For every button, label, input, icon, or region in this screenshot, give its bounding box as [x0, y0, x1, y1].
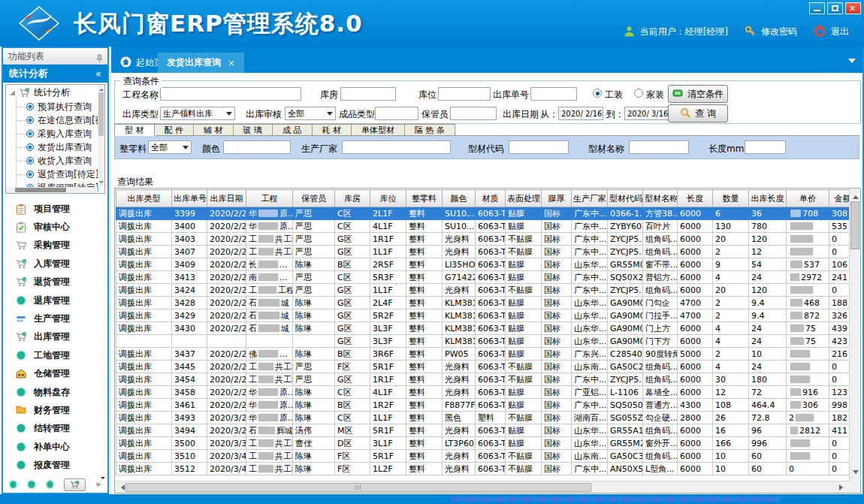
cell[interactable]: 陈琳	[293, 399, 335, 412]
cell[interactable]: 调拨出库	[116, 271, 172, 284]
material-tab[interactable]: 型 材	[114, 124, 155, 136]
cell[interactable]: 108	[713, 399, 749, 412]
cart-shortcut-button[interactable]	[64, 478, 86, 491]
cell[interactable]: 普铝方...	[643, 271, 678, 284]
cell[interactable]: 6000	[678, 246, 713, 258]
cell[interactable]: 国标	[542, 220, 572, 233]
table-row[interactable]: 调拨出库34612020/2/28华原...陈琳B区1R2F整料F8877FT6…	[116, 399, 856, 412]
cell[interactable]: 门拉手...	[643, 309, 678, 322]
column-header[interactable]: 出库单号	[172, 190, 207, 207]
cell[interactable]: 国标	[542, 258, 572, 271]
cell[interactable]: 6063-T5	[476, 399, 506, 412]
tree-item[interactable]: 收货入库查询	[26, 154, 104, 167]
cell[interactable]: C区	[335, 412, 370, 424]
cell[interactable]: 4	[713, 322, 749, 335]
cell[interactable]: 幕墙全...	[643, 386, 678, 399]
table-row[interactable]: 调拨出库34932020/3/2华原...陈琳C区1L1F整料黑色塑料不贴膜国标…	[116, 412, 856, 424]
table-row[interactable]: G区3L3F整料KLM38176063-T5贴膜国标山东华...GA90M09.…	[116, 335, 856, 348]
module-dot-icon[interactable]	[46, 480, 54, 489]
cell[interactable]: 6000	[678, 258, 713, 271]
cell[interactable]: 5R3F	[370, 271, 406, 284]
cell[interactable]: 广东中...	[572, 246, 608, 258]
audit-combo[interactable]: 全部	[285, 107, 336, 120]
cell[interactable]: KLM3817	[443, 322, 476, 335]
cell[interactable]: 国标	[542, 335, 572, 348]
cell[interactable]: 整料	[406, 424, 443, 437]
cell[interactable]: 石城	[246, 322, 293, 335]
cell[interactable]: 工共工程	[246, 361, 293, 373]
cell[interactable]: 光身料	[443, 284, 476, 297]
cell[interactable]: 6063-T5	[476, 246, 506, 258]
cell[interactable]: G区	[335, 322, 370, 335]
close-button[interactable]: ✕	[845, 2, 861, 14]
cell[interactable]: F区	[335, 450, 370, 463]
cell[interactable]: 调拨出库	[116, 424, 172, 437]
cell[interactable]: GR55M02	[608, 258, 643, 271]
cell[interactable]: LT3P60	[443, 437, 476, 450]
tab-shipment-outbound-query[interactable]: 发货出库查询 ×	[158, 53, 244, 73]
cell[interactable]	[787, 361, 829, 373]
cell[interactable]: LI35HO	[443, 258, 476, 271]
cell[interactable]: 组角码...	[643, 373, 678, 386]
cell[interactable]: 不贴膜	[506, 233, 542, 246]
cell[interactable]: G区	[335, 246, 370, 258]
cell[interactable]: 调拨出库	[116, 399, 172, 412]
cell[interactable]: 佛...	[246, 348, 293, 361]
cell[interactable]: 工共工程	[246, 450, 293, 463]
cell[interactable]: 南...	[246, 271, 293, 284]
tree-hscroll-thumb[interactable]	[15, 188, 66, 192]
cell[interactable]: 26	[713, 412, 749, 424]
material-tab[interactable]: 玻 璃	[234, 124, 273, 136]
cell[interactable]: 广东中...	[572, 207, 608, 220]
cell[interactable]: 2L1F	[370, 207, 406, 220]
column-header[interactable]: 整零料	[406, 190, 443, 207]
cell[interactable]: 6063-T5	[476, 220, 506, 233]
cell[interactable]: 2020/2/26	[207, 322, 246, 335]
cell[interactable]: 3424	[172, 284, 207, 297]
table-row[interactable]: 调拨出库34452020/2/27工共工程严思F区5R1F整料光身料6063-T…	[116, 361, 856, 373]
cell[interactable]: 2020/2/28	[207, 373, 246, 386]
cell[interactable]: 996	[749, 437, 787, 450]
cell[interactable]: M区	[335, 424, 370, 437]
cell[interactable]: D区	[335, 437, 370, 450]
sidebar-module-item[interactable]: 结转管理	[5, 420, 106, 438]
cell[interactable]: 华原...	[246, 412, 293, 424]
tree-item[interactable]: 在途信息查询[待	[26, 113, 104, 127]
cell[interactable]: 调拨出库	[116, 220, 172, 233]
cell[interactable]: 严思	[293, 220, 335, 233]
tree-item[interactable]: 退货查询[待定]	[26, 167, 104, 181]
table-row[interactable]: 调拨出库34542020/2/28工共工程严思G区1R1F整料光身料6063-T…	[116, 373, 856, 386]
cell[interactable]: 整料	[406, 246, 443, 258]
cell[interactable]: 整料	[406, 220, 443, 233]
cell[interactable]: 2	[713, 309, 749, 322]
cell[interactable]: AN50X50X2	[608, 463, 643, 475]
table-row[interactable]: 调拨出库33992020/2/25华原...严思C区2L1F整料SU10...6…	[116, 207, 856, 220]
cell[interactable]: 180	[749, 373, 787, 386]
cell[interactable]: 3454	[172, 373, 207, 386]
cell[interactable]: 2020/2/28	[207, 386, 246, 399]
collapse-icon[interactable]: «	[95, 65, 101, 83]
cell[interactable]: 306	[787, 399, 829, 412]
sidebar-module-item[interactable]: 财务管理	[5, 401, 106, 419]
cell[interactable]: 6000	[678, 450, 713, 463]
cell[interactable]: C区	[335, 207, 370, 220]
cell[interactable]: 严思	[293, 207, 335, 220]
cell[interactable]: 国标	[542, 450, 572, 463]
cell[interactable]	[293, 335, 335, 348]
cell[interactable]: 华原...	[246, 207, 293, 220]
cell[interactable]: 3445	[172, 361, 207, 373]
sidebar-module-item[interactable]: 补单中心	[5, 438, 106, 456]
cell[interactable]: 2020/2/26	[207, 309, 246, 322]
cell[interactable]: 20	[713, 284, 749, 297]
column-header[interactable]: 型材名称	[643, 190, 678, 207]
table-row[interactable]: 调拨出库35102020/3/4工共工程陈琳F区5R1F整料光身料6063-T5…	[116, 450, 856, 463]
cell[interactable]: 6000	[678, 322, 713, 335]
cell[interactable]: 2020/3/4	[207, 463, 246, 475]
sidebar-module-item[interactable]: 退库管理	[5, 291, 106, 309]
cell[interactable]: 2	[713, 348, 749, 361]
cell[interactable]: 山东华...	[572, 322, 608, 335]
cell[interactable]: 贴膜	[506, 437, 542, 450]
cell[interactable]: 1L2F	[370, 463, 406, 475]
cell[interactable]: 10	[713, 450, 749, 463]
cell[interactable]: C区	[335, 271, 370, 284]
